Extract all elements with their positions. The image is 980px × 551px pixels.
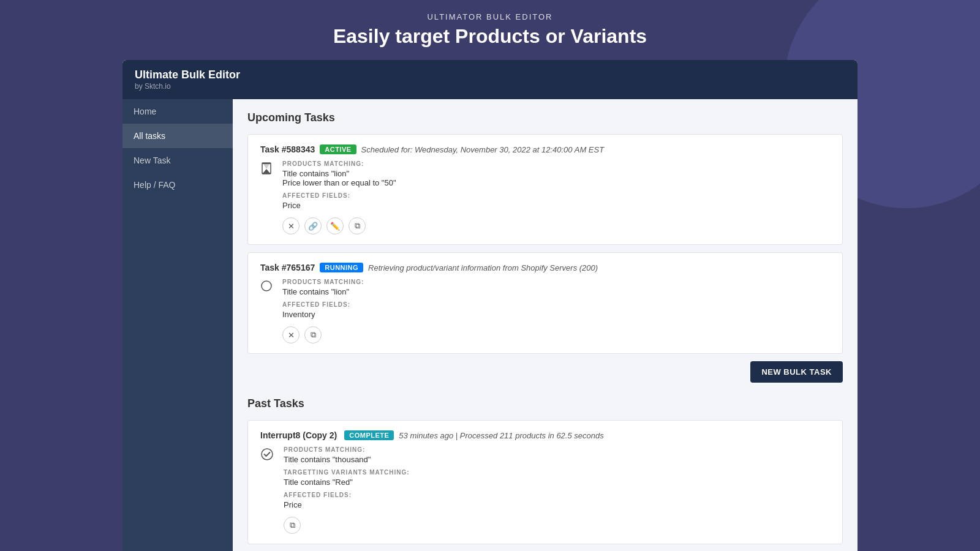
main-content: Upcoming Tasks Task #588343 ACTIVE Sched… bbox=[233, 99, 858, 551]
copy-btn-interrupt8[interactable]: ⧉ bbox=[284, 517, 301, 534]
past-tasks-title: Past Tasks bbox=[247, 397, 843, 410]
affected-label-588343: AFFECTED FIELDS: bbox=[282, 192, 830, 199]
page-header: ULTIMATOR BULK EDITOR Easily target Prod… bbox=[333, 12, 647, 48]
circle-icon bbox=[260, 280, 273, 294]
product-match-interrupt8: Title contains "thousand" bbox=[284, 455, 830, 464]
upcoming-tasks-title: Upcoming Tasks bbox=[247, 111, 843, 124]
targeting-match-interrupt8: Title contains "Red" bbox=[284, 478, 830, 487]
link-btn-588343[interactable]: 🔗 bbox=[304, 217, 322, 234]
task-actions-interrupt8: ⧉ bbox=[284, 517, 830, 534]
task-details-588343: PRODUCTS MATCHING: Title contains "lion"… bbox=[282, 160, 830, 234]
task-header-765167: Task #765167 RUNNING Retrieving product/… bbox=[260, 263, 830, 272]
task-meta-588343: Scheduled for: Wednesday, November 30, 2… bbox=[361, 145, 605, 154]
affected-label-interrupt8: AFFECTED FIELDS: bbox=[284, 492, 830, 498]
products-label-interrupt8: PRODUCTS MATCHING: bbox=[284, 446, 830, 453]
task-actions-765167: ✕ ⧉ bbox=[282, 326, 830, 343]
hourglass-icon bbox=[260, 162, 273, 178]
past-task-name-interrupt8: Interrupt8 (Copy 2) bbox=[260, 430, 337, 440]
sidebar-item-new-task[interactable]: New Task bbox=[123, 148, 233, 173]
svg-point-4 bbox=[262, 449, 273, 460]
app-container: Ultimate Bulk Editor by Sktch.io Home Al… bbox=[123, 60, 858, 551]
copy-btn-765167[interactable]: ⧉ bbox=[304, 326, 322, 343]
affected-fields-765167: Inventory bbox=[282, 310, 830, 319]
task-details-interrupt8: PRODUCTS MATCHING: Title contains "thous… bbox=[284, 446, 830, 534]
cancel-btn-588343[interactable]: ✕ bbox=[282, 217, 300, 234]
badge-complete-interrupt8: COMPLETE bbox=[344, 430, 394, 440]
svg-point-3 bbox=[262, 281, 271, 291]
task-card-765167: Task #765167 RUNNING Retrieving product/… bbox=[247, 252, 843, 354]
sidebar-item-home[interactable]: Home bbox=[123, 99, 233, 124]
affected-fields-588343: Price bbox=[282, 201, 830, 210]
app-topbar: Ultimate Bulk Editor by Sktch.io bbox=[123, 60, 858, 99]
new-bulk-task-button[interactable]: NEW BULK TASK bbox=[750, 361, 843, 383]
task-meta-interrupt8: 53 minutes ago | Processed 211 products … bbox=[399, 431, 603, 440]
task-number-765167: Task #765167 bbox=[260, 263, 315, 272]
task-details-765167: PRODUCTS MATCHING: Title contains "lion"… bbox=[282, 279, 830, 343]
products-label-765167: PRODUCTS MATCHING: bbox=[282, 279, 830, 285]
task-card-588343: Task #588343 ACTIVE Scheduled for: Wedne… bbox=[247, 134, 843, 245]
targeting-label-interrupt8: TARGETTING VARIANTS MATCHING: bbox=[284, 469, 830, 476]
app-subtitle: ULTIMATOR BULK EDITOR bbox=[333, 12, 647, 21]
products-label-588343: PRODUCTS MATCHING: bbox=[282, 160, 830, 167]
task-body-interrupt8: PRODUCTS MATCHING: Title contains "thous… bbox=[260, 446, 830, 534]
badge-running-765167: RUNNING bbox=[320, 263, 363, 272]
new-task-row: NEW BULK TASK bbox=[247, 361, 843, 383]
task-card-interrupt8: Interrupt8 (Copy 2) COMPLETE 53 minutes … bbox=[247, 420, 843, 544]
task-body-765167: PRODUCTS MATCHING: Title contains "lion"… bbox=[260, 279, 830, 343]
page-wrapper: ULTIMATOR BULK EDITOR Easily target Prod… bbox=[0, 0, 980, 551]
copy-btn-588343[interactable]: ⧉ bbox=[349, 217, 366, 234]
app-title: Easily target Products or Variants bbox=[333, 25, 647, 48]
task-meta-765167: Retrieving product/variant information f… bbox=[368, 263, 598, 272]
edit-btn-588343[interactable]: ✏️ bbox=[326, 217, 344, 234]
check-circle-icon-interrupt8 bbox=[260, 448, 274, 463]
sidebar-item-all-tasks[interactable]: All tasks bbox=[123, 124, 233, 148]
app-body: Home All tasks New Task Help / FAQ Upcom… bbox=[123, 99, 858, 551]
product-match-1-588343: Title contains "lion" bbox=[282, 169, 830, 178]
affected-fields-interrupt8: Price bbox=[284, 500, 830, 509]
task-header-interrupt8: Interrupt8 (Copy 2) COMPLETE 53 minutes … bbox=[260, 430, 830, 440]
task-actions-588343: ✕ 🔗 ✏️ ⧉ bbox=[282, 217, 830, 234]
brand-sub: by Sktch.io bbox=[135, 82, 845, 91]
task-header-588343: Task #588343 ACTIVE Scheduled for: Wedne… bbox=[260, 144, 830, 154]
sidebar-item-help-faq[interactable]: Help / FAQ bbox=[123, 173, 233, 197]
badge-active-588343: ACTIVE bbox=[320, 144, 356, 154]
brand-name: Ultimate Bulk Editor bbox=[135, 69, 845, 81]
cancel-btn-765167[interactable]: ✕ bbox=[282, 326, 300, 343]
product-match-1-765167: Title contains "lion" bbox=[282, 287, 830, 296]
task-number-588343: Task #588343 bbox=[260, 144, 315, 154]
product-match-2-588343: Price lower than or equal to "50" bbox=[282, 178, 830, 187]
sidebar: Home All tasks New Task Help / FAQ bbox=[123, 99, 233, 551]
task-body-588343: PRODUCTS MATCHING: Title contains "lion"… bbox=[260, 160, 830, 234]
affected-label-765167: AFFECTED FIELDS: bbox=[282, 301, 830, 308]
